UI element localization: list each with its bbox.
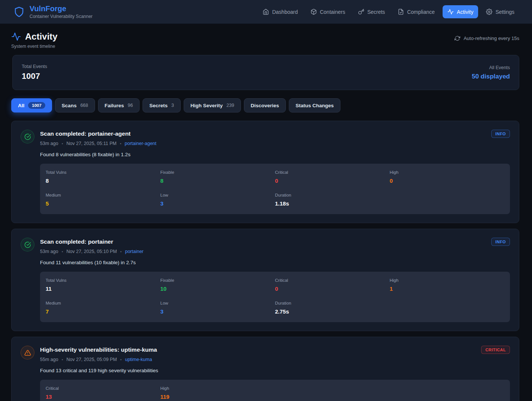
event-title: Scan completed: portainer — [40, 238, 113, 245]
refresh-icon — [455, 36, 460, 41]
event-description: Found 11 vulnerabilities (10 fixable) in… — [40, 260, 510, 265]
stat-cell: Duration2.75s — [275, 301, 390, 315]
stat-value: 11 — [46, 286, 160, 292]
event-timestamp: Nov 27, 2025, 05:11 PM — [67, 141, 117, 146]
stat-cell: Fixable8 — [160, 170, 275, 184]
stat-cell: Medium7 — [46, 301, 160, 315]
stat-value: 1 — [390, 286, 505, 292]
stat-cell: Critical0 — [275, 170, 390, 184]
nav-item-dashboard[interactable]: Dashboard — [258, 5, 303, 18]
filter-tab-high-severity[interactable]: High Severity239 — [184, 98, 241, 112]
event-meta: 53m ago•Nov 27, 2025, 05:11 PM•portainer… — [40, 141, 510, 146]
meta-separator: • — [120, 249, 122, 254]
filter-label: Discoveries — [251, 103, 279, 108]
stat-value: 2.75s — [275, 308, 390, 315]
filter-tab-status-changes[interactable]: Status Changes — [289, 98, 340, 112]
brand: VulnForge Container Vulnerability Scanne… — [13, 4, 92, 19]
nav-item-containers[interactable]: Containers — [306, 5, 350, 18]
meta-separator: • — [120, 357, 122, 362]
page-head: Activity System event timeline Auto-refr… — [11, 31, 519, 49]
nav-item-label: Settings — [495, 9, 514, 15]
nav-item-label: Compliance — [407, 9, 435, 15]
page-subtitle: System event timeline — [11, 44, 58, 49]
total-events-label: Total Events — [22, 64, 47, 69]
stat-value: 119 — [160, 394, 275, 400]
filter-tab-secrets[interactable]: Secrets3 — [143, 98, 181, 112]
stat-cell: Medium5 — [46, 193, 160, 207]
filter-tab-failures[interactable]: Failures96 — [98, 98, 140, 112]
stat-cell: Low3 — [160, 301, 275, 315]
gear-icon — [486, 9, 492, 15]
event-card: Scan completed: portainer-agentINFO53m a… — [11, 121, 519, 223]
event-level-badge: CRITICAL — [481, 346, 510, 354]
stat-value: 10 — [160, 286, 275, 292]
stat-cell: Fixable10 — [160, 278, 275, 292]
event-card: High-severity vulnerabilities: uptime-ku… — [11, 337, 519, 401]
event-stats-grid: Critical13High119 — [40, 380, 510, 401]
stat-label: Fixable — [160, 278, 275, 283]
stat-value: 13 — [46, 394, 160, 400]
event-card: Scan completed: portainerINFO53m ago•Nov… — [11, 229, 519, 331]
package-icon — [311, 9, 317, 15]
stat-cell: Total Vulns11 — [46, 278, 160, 292]
filter-label: High Severity — [190, 103, 223, 108]
all-events-label: All Events — [472, 65, 510, 70]
stat-label: Medium — [46, 193, 160, 197]
filter-count-badge: 668 — [80, 103, 88, 108]
activity-page-icon — [11, 32, 21, 41]
stat-label: Critical — [275, 278, 390, 283]
stat-value: 8 — [160, 178, 275, 184]
nav-item-secrets[interactable]: Secrets — [353, 5, 390, 18]
activity-icon — [447, 9, 454, 15]
stat-label: High — [160, 386, 275, 391]
stat-label: Fixable — [160, 170, 275, 175]
stat-cell: Low3 — [160, 193, 275, 207]
auto-refresh-status: Auto-refreshing every 15s — [455, 36, 519, 41]
event-meta: 53m ago•Nov 27, 2025, 05:10 PM•portainer — [40, 249, 510, 254]
stat-label: Duration — [275, 301, 390, 305]
filter-tab-discoveries[interactable]: Discoveries — [244, 98, 286, 112]
meta-separator: • — [62, 141, 63, 146]
check-circle-icon — [21, 130, 34, 144]
key-icon — [358, 9, 364, 15]
page-title: Activity — [25, 31, 58, 42]
filter-label: Status Changes — [296, 103, 334, 108]
app-title: VulnForge — [30, 4, 92, 13]
stat-label: Total Vulns — [46, 278, 160, 283]
filter-tab-all[interactable]: All1007 — [11, 98, 52, 112]
app-subtitle: Container Vulnerability Scanner — [30, 14, 92, 19]
stat-value: 0 — [275, 286, 390, 292]
event-relative-time: 55m ago — [40, 357, 58, 362]
stat-cell: Critical13 — [46, 386, 160, 400]
filter-tab-scans[interactable]: Scans668 — [55, 98, 95, 112]
stat-cell: Critical0 — [275, 278, 390, 292]
displayed-count: 50 displayed — [472, 73, 510, 80]
stat-value: 7 — [46, 308, 160, 315]
stat-label: Low — [160, 301, 275, 305]
stat-label: Duration — [275, 193, 390, 197]
container-link[interactable]: uptime-kuma — [125, 357, 152, 362]
stat-label: Medium — [46, 301, 160, 305]
stat-label: Critical — [46, 386, 160, 391]
filter-label: Secrets — [149, 103, 168, 108]
container-link[interactable]: portainer — [125, 249, 143, 254]
app-header: VulnForge Container Vulnerability Scanne… — [0, 0, 532, 24]
stat-value: 3 — [160, 200, 275, 207]
stat-label: Critical — [275, 170, 390, 175]
stat-cell: Total Vulns8 — [46, 170, 160, 184]
filter-count-badge: 239 — [226, 103, 234, 108]
check-circle-icon — [21, 238, 34, 252]
nav-item-compliance[interactable]: Compliance — [393, 5, 440, 18]
alert-triangle-icon — [21, 346, 34, 360]
nav-item-activity[interactable]: Activity — [443, 5, 478, 18]
event-stats-grid: Total Vulns11Fixable10Critical0High1Medi… — [40, 272, 510, 322]
nav-item-label: Activity — [457, 9, 473, 15]
meta-separator: • — [120, 141, 121, 146]
container-link[interactable]: portainer-agent — [125, 141, 156, 146]
event-title: High-severity vulnerabilities: uptime-ku… — [40, 346, 157, 353]
event-relative-time: 53m ago — [40, 249, 58, 254]
nav-item-settings[interactable]: Settings — [481, 5, 519, 18]
filter-label: Failures — [105, 103, 124, 108]
event-level-badge: INFO — [491, 130, 510, 138]
filter-label: All — [18, 103, 24, 108]
